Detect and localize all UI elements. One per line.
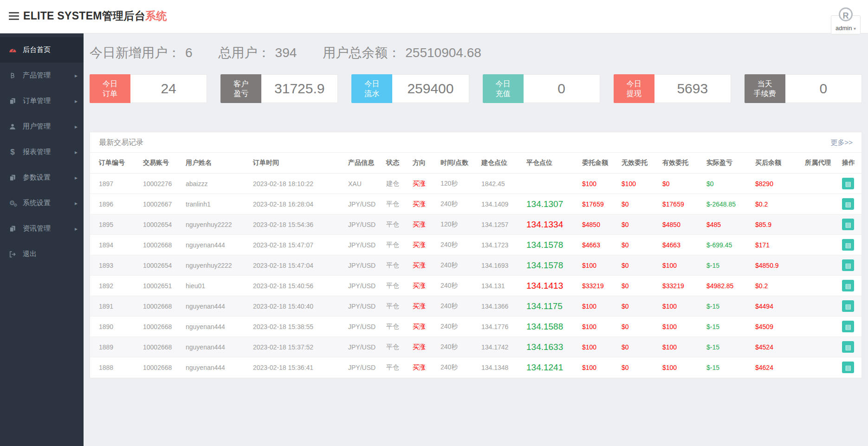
- cell-open: 1842.45: [473, 174, 518, 194]
- cell-time: 2023-02-18 18:10:22: [244, 174, 339, 194]
- summary-value: 394: [275, 45, 297, 60]
- page-title: ELITE SYSTEM管理后台系统: [23, 9, 167, 23]
- cell-amount: $100: [573, 337, 613, 357]
- stat-card-value: 259400: [392, 74, 469, 103]
- cell-order_id: 1896: [90, 194, 134, 214]
- user-menu[interactable]: R admin ▾: [831, 7, 861, 34]
- cell-direction: 买涨: [404, 174, 432, 194]
- column-header: 方向: [404, 153, 432, 174]
- files-icon: [7, 175, 18, 181]
- sidebar: 后台首页产品管理▸订单管理▸用户管理▸$报表管理▸参数设置▸⚙⚙系统设置▸资讯管…: [0, 33, 84, 446]
- cell-action: ▤: [833, 255, 862, 276]
- sidebar-item-orders[interactable]: 订单管理▸: [0, 88, 84, 114]
- cell-amount: $17659: [573, 194, 613, 214]
- cell-account: 10002651: [134, 276, 177, 296]
- cell-duration: 120秒: [432, 174, 473, 194]
- cell-time: 2023-02-18 15:37:52: [244, 337, 339, 357]
- sidebar-item-logout[interactable]: 退出: [0, 241, 84, 267]
- bitcoin-icon: [7, 72, 18, 79]
- stat-card-label: 当天手续费: [745, 74, 785, 103]
- row-detail-button[interactable]: ▤: [842, 239, 854, 251]
- sidebar-item-reports[interactable]: $报表管理▸: [0, 139, 84, 165]
- column-header: 买后余额: [746, 153, 796, 174]
- cell-duration: 240秒: [432, 317, 473, 337]
- sidebar-item-params[interactable]: 参数设置▸: [0, 165, 84, 190]
- row-detail-button[interactable]: ▤: [842, 362, 854, 373]
- chevron-right-icon: ▸: [75, 149, 78, 155]
- row-detail-button[interactable]: ▤: [842, 178, 854, 189]
- cell-status: 平仓: [377, 296, 404, 317]
- cell-agent: [796, 337, 833, 357]
- cell-close: 134.1413: [518, 276, 573, 296]
- cell-open: 134.1409: [473, 194, 518, 214]
- stat-card-today_withdraw: 今日提现5693: [614, 74, 731, 103]
- list-icon: ▤: [845, 180, 851, 187]
- row-detail-button[interactable]: ▤: [842, 259, 854, 271]
- chevron-right-icon: ▸: [75, 200, 78, 207]
- column-header: 状态: [377, 153, 404, 174]
- cell-profit: $485: [698, 214, 746, 235]
- cell-product: JPY/USD: [339, 317, 377, 337]
- cell-balance: $0.2: [746, 276, 796, 296]
- cell-action: ▤: [833, 276, 862, 296]
- cell-balance: $4509: [746, 317, 796, 337]
- cell-agent: [796, 317, 833, 337]
- cell-invalid: $0: [613, 235, 654, 255]
- cell-action: ▤: [833, 337, 862, 357]
- top-header: ELITE SYSTEM管理后台系统 R admin ▾: [0, 0, 868, 33]
- table-row: 189610002667tranlinh12023-02-18 16:28:04…: [90, 194, 862, 214]
- dashboard-icon: [7, 46, 18, 54]
- cell-duration: 240秒: [432, 255, 473, 276]
- column-header: 操作: [833, 153, 862, 174]
- list-icon: ▤: [845, 221, 851, 228]
- sidebar-item-users[interactable]: 用户管理▸: [0, 114, 84, 139]
- row-detail-button[interactable]: ▤: [842, 341, 854, 353]
- cell-status: 平仓: [377, 194, 404, 214]
- list-icon: ▤: [845, 343, 851, 351]
- cell-valid: $100: [654, 317, 698, 337]
- cell-amount: $100: [573, 357, 613, 378]
- cell-duration: 240秒: [432, 337, 473, 357]
- cell-balance: $0.2: [746, 194, 796, 214]
- stat-card-today_volume: 今日流水259400: [351, 74, 469, 103]
- cell-time: 2023-02-18 15:47:04: [244, 255, 339, 276]
- cell-action: ▤: [833, 317, 862, 337]
- more-link[interactable]: 更多>>: [830, 138, 853, 147]
- row-detail-button[interactable]: ▤: [842, 300, 854, 312]
- cell-product: JPY/USD: [339, 194, 377, 214]
- row-detail-button[interactable]: ▤: [842, 219, 854, 230]
- sidebar-item-news[interactable]: 资讯管理▸: [0, 216, 84, 241]
- summary-total_users: 总用户：394: [219, 44, 297, 62]
- list-icon: ▤: [845, 303, 851, 310]
- cell-action: ▤: [833, 194, 862, 214]
- table-row: 189210002651hieu012023-02-18 15:40:56JPY…: [90, 276, 862, 296]
- sidebar-item-system[interactable]: ⚙⚙系统设置▸: [0, 190, 84, 216]
- cell-order_id: 1890: [90, 317, 134, 337]
- stat-card-value: 0: [785, 74, 862, 103]
- list-icon: ▤: [845, 200, 851, 208]
- chevron-right-icon: ▸: [75, 98, 78, 104]
- cell-close: [518, 174, 573, 194]
- hamburger-menu-icon[interactable]: [9, 12, 19, 22]
- row-detail-button[interactable]: ▤: [842, 280, 854, 291]
- cell-invalid: $0: [613, 357, 654, 378]
- cell-name: tranlinh1: [177, 194, 244, 214]
- cell-valid: $100: [654, 255, 698, 276]
- cell-balance: $4524: [746, 337, 796, 357]
- list-icon: ▤: [845, 323, 851, 330]
- summary-stats: 今日新增用户：6总用户：394用户总余额：25510904.68: [90, 44, 862, 62]
- sidebar-item-home[interactable]: 后台首页: [0, 37, 84, 63]
- cell-action: ▤: [833, 235, 862, 255]
- cell-name: nguyenhuy2222: [177, 255, 244, 276]
- table-header-row: 订单编号交易账号用户姓名订单时间产品信息状态方向时间/点数建仓点位平仓点位委托金…: [90, 153, 862, 174]
- cell-duration: 240秒: [432, 357, 473, 378]
- chevron-right-icon: ▸: [75, 123, 78, 130]
- cell-time: 2023-02-18 15:54:36: [244, 214, 339, 235]
- sidebar-item-products[interactable]: 产品管理▸: [0, 63, 84, 88]
- cell-direction: 买涨: [404, 255, 432, 276]
- row-detail-button[interactable]: ▤: [842, 198, 854, 210]
- row-detail-button[interactable]: ▤: [842, 321, 854, 332]
- cell-account: 10002668: [134, 317, 177, 337]
- cell-profit: $-15: [698, 317, 746, 337]
- cell-agent: [796, 357, 833, 378]
